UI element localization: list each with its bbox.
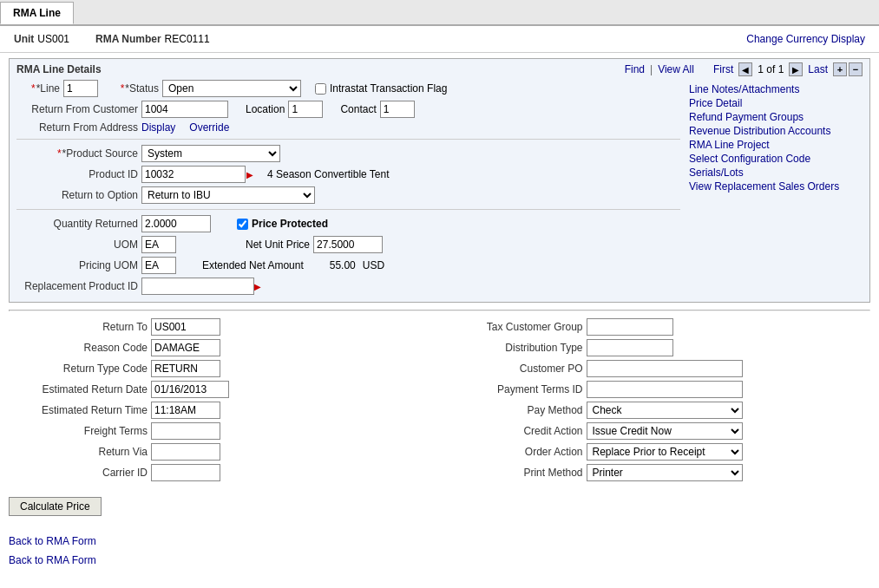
price-protected-checkbox[interactable] [237,219,248,230]
order-action-label: Order Action [444,446,583,458]
main-content: RMA Line Details Find | View All First ◀… [0,53,879,490]
change-currency-link[interactable]: Change Currency Display [746,33,865,45]
tax-customer-group-label: Tax Customer Group [444,321,583,333]
product-source-select[interactable]: System Manual [141,145,280,162]
print-method-select[interactable]: Printer Email Fax [587,464,743,481]
order-action-select[interactable]: Replace Prior to Receipt Replace After R… [587,443,743,461]
sidebar-link-revenue-distribution[interactable]: Revenue Distribution Accounts [689,125,863,137]
quantity-price-row: Quantity Returned Price Protected [16,215,680,232]
unit-value: US001 [37,33,69,45]
quantity-returned-input[interactable] [141,215,211,232]
pay-method-select[interactable]: Check EFT Credit Card [587,402,743,419]
estimated-return-date-input[interactable] [151,381,229,398]
last-link[interactable]: Last [808,63,828,75]
return-via-input[interactable] [151,443,220,461]
payment-terms-id-input[interactable] [587,381,743,398]
sidebar-links-section: Line Notes/Attachments Price Detail Refu… [689,80,863,298]
back-link-container: Back to RMA Form [0,554,879,573]
status-select[interactable]: Open Closed Pending [162,80,301,97]
carrier-id-input[interactable] [151,464,220,481]
find-link[interactable]: Find [625,63,645,75]
carrier-id-row: Carrier ID [9,464,436,481]
price-protected-label: Price Protected [252,218,328,230]
reason-code-label: Reason Code [9,342,148,354]
print-method-label: Print Method [444,467,583,479]
print-method-row: Print Method Printer Email Fax [444,464,871,481]
reason-code-row: Reason Code [9,339,436,356]
quantity-returned-label: Quantity Returned [16,218,138,230]
distribution-type-input[interactable] [587,339,673,356]
return-to-input[interactable] [151,318,220,336]
footer: Calculate Price Back to RMA Form [0,490,879,554]
credit-action-label: Credit Action [444,425,583,437]
customer-po-row: Customer PO [444,360,871,377]
sidebar-link-rma-project[interactable]: RMA Line Project [689,139,863,151]
product-id-input[interactable] [141,166,246,183]
pricing-uom-input[interactable] [141,257,176,274]
line-input[interactable] [63,80,98,97]
override-link[interactable]: Override [189,121,229,134]
uom-label: UOM [16,238,138,251]
return-type-code-row: Return Type Code [9,360,436,377]
unit-label: Unit [14,33,34,45]
estimated-return-time-label: Estimated Return Time [9,404,148,416]
payment-terms-id-label: Payment Terms ID [444,383,583,395]
return-address-row: Return From Address Display Override [16,121,680,134]
sidebar-link-select-config[interactable]: Select Configuration Code [689,153,863,165]
extended-net-currency: USD [363,259,384,271]
next-btn[interactable]: ▶ [789,62,803,76]
nav-controls: Find | View All First ◀ 1 of 1 ▶ Last + … [625,62,863,76]
add-row-button[interactable]: + [833,62,847,76]
return-to-option-label: Return to Option [16,189,138,201]
return-type-code-label: Return Type Code [9,363,148,375]
replacement-product-id-input[interactable] [141,278,254,295]
unit-field: Unit US001 [14,33,69,45]
form-left: *Line *Status Open Closed Pending Intras… [16,80,680,298]
sidebar-link-refund-payment[interactable]: Refund Payment Groups [689,111,863,123]
sidebar-links: Line Notes/Attachments Price Detail Refu… [689,83,863,193]
product-desc: 4 Season Convertible Tent [267,168,390,180]
net-unit-price-input[interactable] [313,236,383,253]
sidebar-link-line-notes[interactable]: Line Notes/Attachments [689,83,863,95]
pricing-uom-label: Pricing UOM [16,259,138,271]
distribution-type-label: Distribution Type [444,342,583,354]
prev-btn[interactable]: ◀ [738,62,752,76]
sidebar-link-view-replacement[interactable]: View Replacement Sales Orders [689,180,863,193]
return-to-option-select[interactable]: Return to IBU Return to Vendor Scrap [141,186,315,204]
reason-code-input[interactable] [151,339,220,356]
location-input[interactable] [288,101,323,118]
form-section: *Line *Status Open Closed Pending Intras… [16,80,863,298]
rma-number-value: REC0111 [165,33,210,45]
sidebar-link-price-detail[interactable]: Price Detail [689,97,863,109]
calculate-price-button[interactable]: Calculate Price [9,497,102,516]
contact-input[interactable] [380,101,415,118]
first-link[interactable]: First [713,63,733,75]
return-from-address-label: Return From Address [16,121,138,134]
return-from-customer-input[interactable] [141,101,228,118]
product-id-row: Product ID ▶ 4 Season Convertible Tent [16,166,680,183]
replacement-product-flag: ▶ [254,282,261,291]
return-customer-row: Return From Customer Location Contact [16,101,680,118]
payment-terms-id-row: Payment Terms ID [444,381,871,398]
view-all-link[interactable]: View All [658,63,694,75]
intrastat-checkbox[interactable] [315,83,326,95]
customer-po-input[interactable] [587,360,743,377]
product-source-label: *Product Source [16,147,138,160]
back-to-rma-form-link[interactable]: Back to RMA Form [9,535,96,547]
estimated-return-time-input[interactable] [151,402,220,419]
return-via-label: Return Via [9,446,148,458]
rma-line-tab[interactable]: RMA Line [0,2,74,24]
line-label: *Line [16,82,60,95]
header-bar: Unit US001 RMA Number REC0111 Change Cur… [0,26,879,53]
back-to-rma-form-link-bottom[interactable]: Back to RMA Form [9,554,96,566]
credit-action-select[interactable]: Issue Credit Now Hold [587,422,743,440]
remove-row-button[interactable]: − [849,62,863,76]
display-link[interactable]: Display [141,121,175,134]
replacement-product-id-label: Replacement Product ID [16,280,138,292]
sidebar-link-serials-lots[interactable]: Serials/Lots [689,167,863,179]
extended-net-amount-value: 55.00 [330,259,356,271]
freight-terms-input[interactable] [151,422,220,440]
uom-input[interactable] [141,236,176,253]
tax-customer-group-input[interactable] [587,318,673,336]
return-type-code-input[interactable] [151,360,220,377]
